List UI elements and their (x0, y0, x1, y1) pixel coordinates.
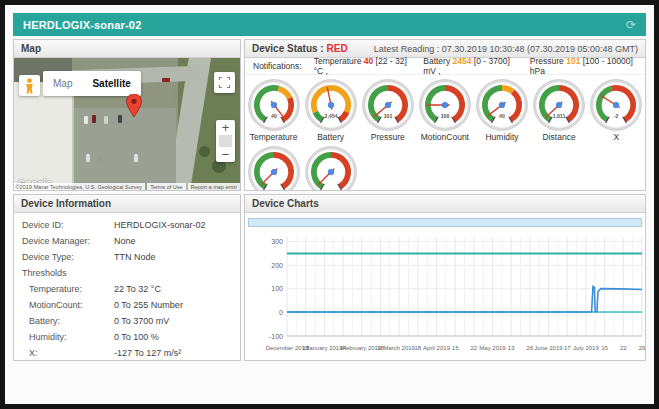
info-label: Device Manager: (22, 236, 114, 246)
info-row: Battery:0 To 3700 mV (14, 313, 240, 329)
map-car (118, 115, 122, 123)
divider (219, 135, 232, 147)
zoom-out-button[interactable]: − (216, 147, 235, 162)
terms-of-use-link[interactable]: Terms of Use (147, 183, 185, 191)
map-car (98, 154, 102, 162)
title-bar: HERDLOGIX-sonar-02 ⟳ (13, 13, 646, 36)
map-canvas[interactable]: Map Satellite + − (14, 58, 240, 191)
gauge-partial (248, 146, 300, 191)
svg-text:13: 13 (508, 345, 515, 351)
svg-text:February 2019: February 2019 (342, 345, 382, 351)
device-charts-header: Device Charts (245, 195, 645, 213)
screen-frame: HERDLOGIX-sonar-02 ⟳ Map (0, 0, 659, 409)
gauge-label: Temperature (250, 132, 298, 142)
svg-text:May 2019: May 2019 (479, 345, 506, 351)
refresh-icon[interactable]: ⟳ (626, 18, 636, 32)
fullscreen-button[interactable] (214, 72, 235, 93)
info-label: Humidity: (22, 332, 114, 342)
gauge-cell: 40Temperature (245, 75, 302, 142)
info-row: Device ID:HERDLOGIX-sonar-02 (14, 217, 240, 233)
gauge-cell (302, 142, 359, 191)
device-charts-panel: Device Charts 3002001000-100December 201… (244, 194, 646, 361)
map-tree (199, 146, 210, 157)
gauge-cell: 1,011Distance (531, 75, 588, 142)
info-label: Device ID: (22, 220, 114, 230)
device-information-rows: Device ID:HERDLOGIX-sonar-02Device Manag… (14, 213, 240, 361)
info-value: None (114, 236, 136, 246)
map-marker-pin[interactable] (126, 94, 142, 118)
notifications-label: Notifications: (253, 61, 302, 71)
svg-text:2,454: 2,454 (324, 113, 337, 119)
svg-text:July 2019: July 2019 (573, 345, 599, 351)
chart-scrollbar[interactable] (248, 218, 642, 227)
svg-text:101: 101 (383, 113, 392, 119)
gauge-label: Humidity (485, 132, 518, 142)
map-building-roof (14, 82, 74, 191)
map-type-map-button[interactable]: Map (43, 71, 82, 96)
device-status-label: Device Status : (252, 43, 324, 54)
svg-text:0: 0 (279, 309, 283, 316)
gauges-row: 40Temperature2,454Battery101Pressure100M… (245, 75, 645, 142)
notification-item: Pressure 101 [100 - 10000] hPa (530, 56, 637, 76)
gauge-cell: 2,454Battery (302, 75, 359, 142)
info-row: MotionCount:0 To 255 Number (14, 297, 240, 313)
notification-item: Battery 2454 [0 - 3700] mV , (423, 56, 518, 76)
info-row: X:-127 To 127 m/s² (14, 345, 240, 361)
imagery-credit: Imagery ©2019 Maxar Technologies, U.S. G… (14, 183, 145, 191)
device-charts-title: Device Charts (252, 198, 319, 209)
gauge-battery: 2,454 (305, 79, 357, 131)
svg-text:15: 15 (601, 345, 608, 351)
device-information-header: Device Information (14, 195, 240, 213)
info-value: 0 To 255 Number (114, 300, 183, 310)
latest-reading: Latest Reading : 07.30.2019 10:30:48 (07… (374, 44, 638, 54)
info-value: 0 To 3700 mV (114, 316, 169, 326)
info-value: TTN Node (114, 252, 156, 262)
map-car (134, 154, 138, 162)
info-label: Device Type: (22, 252, 114, 262)
map-car (86, 154, 90, 162)
svg-text:22: 22 (620, 345, 627, 351)
zoom-in-button[interactable]: + (216, 120, 235, 135)
notification-item: Temperature 40 [22 - 32] °C , (314, 56, 412, 76)
info-row: Thresholds (14, 265, 240, 281)
svg-text:-100: -100 (269, 333, 283, 340)
gauge-label: Battery (317, 132, 344, 142)
gauge-label: Distance (543, 132, 576, 142)
svg-text:January 2019: January 2019 (306, 345, 343, 351)
pegman-icon (24, 78, 35, 94)
device-information-title: Device Information (21, 198, 111, 209)
svg-text:22: 22 (470, 345, 477, 351)
gauges-row-2 (245, 142, 645, 191)
gauge-cell: 100MotionCount (416, 75, 473, 142)
device-status-title: Device Status : RED (252, 43, 348, 54)
info-value: 0 To 100 % (114, 332, 159, 342)
map-car (84, 116, 88, 124)
line-chart: 3002001000-100December 201817January 201… (245, 229, 645, 361)
gauge-label: X (613, 132, 619, 142)
gauge-motioncount: 100 (419, 79, 471, 131)
svg-text:1,011: 1,011 (553, 113, 566, 119)
gauge-cell (245, 142, 302, 191)
svg-text:100: 100 (441, 113, 450, 119)
svg-text:26: 26 (527, 345, 534, 351)
map-type-control: Map Satellite (43, 71, 141, 96)
info-label: Temperature: (22, 284, 114, 294)
map-panel-title: Map (21, 43, 41, 54)
info-label: Thresholds (22, 268, 114, 278)
gauge-partial (305, 146, 357, 191)
pegman-button[interactable] (19, 75, 40, 96)
info-label: MotionCount: (22, 300, 114, 310)
chart-svg: 3002001000-100December 201817January 201… (245, 229, 646, 361)
svg-text:-2: -2 (614, 113, 619, 119)
map-zoom-control: + − (216, 120, 235, 162)
report-map-error-link[interactable]: Report a map error (188, 183, 240, 191)
svg-text:40: 40 (271, 113, 277, 119)
status-badge: RED (326, 43, 347, 54)
gauge-humidity: 40 (476, 79, 528, 131)
gauge-temperature: 40 (248, 79, 300, 131)
marker-pin-icon (126, 94, 142, 118)
map-type-satellite-button[interactable]: Satellite (82, 71, 140, 96)
dashboard: HERDLOGIX-sonar-02 ⟳ Map (10, 10, 649, 399)
map-attribution: Imagery ©2019 Maxar Technologies, U.S. G… (14, 183, 240, 191)
svg-text:April 2019: April 2019 (423, 345, 451, 351)
